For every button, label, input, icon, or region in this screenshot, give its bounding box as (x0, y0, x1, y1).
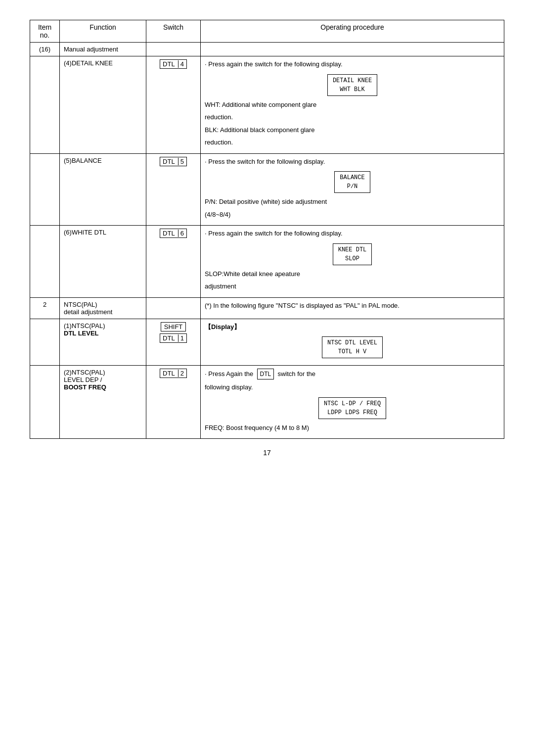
detail-knee-desc2b: reduction. (205, 138, 500, 147)
function-ntsc-pal: NTSC(PAL)detail adjustment (60, 297, 146, 319)
dtl-inline-label: DTL (260, 370, 271, 378)
ntsc-boost-display: NTSC L-DP / FREQ LDPP LDPS FREQ (205, 395, 500, 421)
shift-button[interactable]: SHIFT (161, 322, 186, 331)
function-ntsc-boost-freq: (2)NTSC(PAL)LEVEL DEP /BOOST FREQ (60, 366, 146, 439)
white-dtl-desc1: SLOP:White detail knee apeature (205, 269, 500, 279)
ntsc-sub1-label: (1)NTSC(PAL)DTL LEVEL (64, 322, 142, 337)
white-dtl-display-line2: SLOP (338, 254, 367, 263)
header-switch: Switch (146, 20, 201, 43)
operating-detail-knee: · Press again the switch for the followi… (201, 56, 504, 154)
switch-dtl5: DTL 5 (146, 153, 201, 226)
ntsc-pal-label: NTSC(PAL)detail adjustment (64, 301, 142, 316)
balance-display-line1: BALANCE (340, 173, 364, 182)
item-no-empty-n1 (30, 319, 60, 366)
dtl4-label: DTL (163, 60, 175, 68)
item-no-16: (16) (30, 43, 60, 56)
detail-knee-display-line2: WHT BLK (333, 85, 372, 94)
item-no-2: 2 (30, 297, 60, 319)
ntsc-display-title: 【Display】 (205, 322, 500, 332)
ntsc-dtl-level-display-box: NTSC DTL LEVEL TOTL H V (322, 336, 383, 358)
detail-knee-display: DETAIL KNEE WHT BLK (205, 72, 500, 98)
dtl2-label: DTL (163, 370, 175, 377)
detail-knee-label: (4)DETAIL KNEE (64, 59, 142, 67)
balance-display-box: BALANCE P/N (334, 171, 370, 193)
ntsc-boost-desc1: FREQ: Boost frequency (4 M to 8 M) (205, 423, 500, 433)
operating-ntsc-boost-freq: · Press Again the DTL switch for the fol… (201, 366, 504, 439)
ntsc-boost-display-box: NTSC L-DP / FREQ LDPP LDPS FREQ (318, 397, 386, 419)
detail-knee-desc1b: reduction. (205, 112, 500, 122)
table-row: (16) Manual adjustment (30, 43, 504, 56)
table-row-balance: (5)BALANCE DTL 5 · Press the switch for … (30, 153, 504, 226)
balance-desc1: P/N: Detail positive (white) side adjust… (205, 197, 500, 207)
detail-knee-desc1: WHT: Additional white component glare (205, 100, 500, 110)
operating-white-dtl: · Press again the switch for the followi… (201, 226, 504, 298)
header-item-no: Itemno. (30, 20, 60, 43)
item-no-empty-5 (30, 153, 60, 226)
white-dtl-label: (6)WHITE DTL (64, 229, 142, 236)
balance-display-line2: P/N (340, 182, 364, 191)
ntsc-boost-display-line1: NTSC L-DP / FREQ (324, 399, 381, 408)
balance-display: BALANCE P/N (205, 169, 500, 195)
header-function: Function (60, 20, 146, 43)
switch-dtl2: DTL 2 (146, 366, 201, 439)
detail-knee-bullet1: · Press again the switch for the followi… (205, 59, 500, 69)
shift-label: SHIFT (164, 323, 183, 331)
main-table: Itemno. Function Switch Operating proced… (30, 20, 504, 439)
table-row-detail-knee: (4)DETAIL KNEE DTL 4 · Press again the s… (30, 56, 504, 154)
function-detail-knee: (4)DETAIL KNEE (60, 56, 146, 154)
dtl6-number: 6 (178, 230, 184, 237)
function-white-dtl: (6)WHITE DTL (60, 226, 146, 298)
dtl5-number: 5 (178, 158, 184, 165)
dtl2-button[interactable]: DTL 2 (160, 369, 187, 378)
header-operating: Operating procedure (201, 20, 504, 43)
switch-dtl4: DTL 4 (146, 56, 201, 154)
ntsc-sub2-label: (2)NTSC(PAL)LEVEL DEP /BOOST FREQ (64, 369, 142, 391)
dtl2-number: 2 (178, 370, 184, 377)
page-number: 17 (30, 449, 504, 457)
operating-ntsc-dtl-level: 【Display】 NTSC DTL LEVEL TOTL H V (201, 319, 504, 366)
balance-desc1b: (4/8~8/4) (205, 210, 500, 220)
dtl6-label: DTL (163, 230, 175, 237)
item-no-empty-6 (30, 226, 60, 298)
white-dtl-display-box: KNEE DTL SLOP (333, 243, 372, 265)
dtl1-label: DTL (163, 334, 175, 342)
ntsc-boost-bullet1: · Press Again the DTL switch for the (205, 369, 500, 379)
function-ntsc-dtl-level: (1)NTSC(PAL)DTL LEVEL (60, 319, 146, 366)
switch-empty-1 (146, 43, 201, 56)
operating-empty-1 (201, 43, 504, 56)
white-dtl-bullet1: · Press again the switch for the followi… (205, 229, 500, 238)
dtl5-label: DTL (163, 158, 175, 165)
dtl4-number: 4 (178, 60, 184, 68)
operating-balance: · Press the switch for the following dis… (201, 153, 504, 226)
ntsc-dtl-level-display-line1: NTSC DTL LEVEL (327, 338, 377, 347)
page-container: Itemno. Function Switch Operating proced… (30, 20, 504, 457)
balance-label: (5)BALANCE (64, 157, 142, 164)
switch-ntsc-dtl1: SHIFT DTL 1 (146, 319, 201, 366)
function-balance: (5)BALANCE (60, 153, 146, 226)
table-row-ntsc-dtl-level: (1)NTSC(PAL)DTL LEVEL SHIFT DTL 1 (30, 319, 504, 366)
switch-ntsc-empty (146, 297, 201, 319)
dtl5-button[interactable]: DTL 5 (160, 157, 187, 166)
table-row-ntsc-header: 2 NTSC(PAL)detail adjustment (*) In the … (30, 297, 504, 319)
detail-knee-desc2: BLK: Additional black component glare (205, 125, 500, 135)
dtl1-button[interactable]: DTL 1 (160, 333, 187, 343)
detail-knee-display-box: DETAIL KNEE WHT BLK (327, 74, 377, 96)
operating-ntsc-note: (*) In the following figure "NTSC" is di… (201, 297, 504, 319)
dtl-inline-button[interactable]: DTL (257, 369, 274, 379)
white-dtl-display: KNEE DTL SLOP (205, 241, 500, 267)
dtl4-button[interactable]: DTL 4 (160, 59, 187, 69)
item-no-empty-n2 (30, 366, 60, 439)
white-dtl-desc1b: adjustment (205, 282, 500, 291)
table-row-white-dtl: (6)WHITE DTL DTL 6 · Press again the swi… (30, 226, 504, 298)
dtl6-button[interactable]: DTL 6 (160, 229, 187, 238)
ntsc-dtl-level-display-line2: TOTL H V (327, 347, 377, 356)
function-manual-adjustment: Manual adjustment (60, 43, 146, 56)
detail-knee-display-line1: DETAIL KNEE (333, 76, 372, 85)
ntsc-boost-display-line2: LDPP LDPS FREQ (324, 408, 381, 417)
balance-bullet1: · Press the switch for the following dis… (205, 157, 500, 167)
table-row-ntsc-boost-freq: (2)NTSC(PAL)LEVEL DEP /BOOST FREQ DTL 2 … (30, 366, 504, 439)
ntsc-boost-bullet1b: following display. (205, 382, 500, 392)
ntsc-dtl-level-display: NTSC DTL LEVEL TOTL H V (205, 334, 500, 360)
white-dtl-display-line1: KNEE DTL (338, 245, 367, 254)
item-no-empty-4 (30, 56, 60, 154)
